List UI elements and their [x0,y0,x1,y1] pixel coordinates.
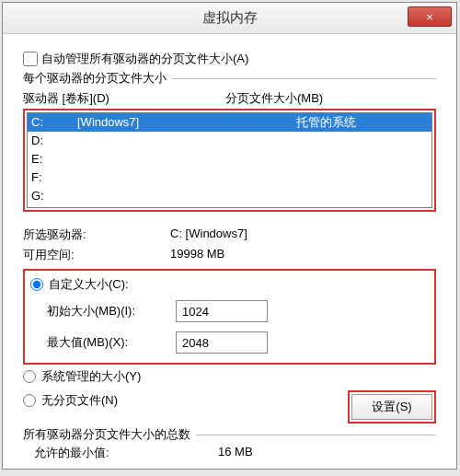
drive-letter: F: [31,169,77,186]
no-pagefile-radio[interactable] [23,394,36,407]
custom-size-radio-label: 自定义大小(C): [49,276,129,293]
set-button[interactable]: 设置(S) [351,394,432,420]
per-drive-group: 每个驱动器的分页文件大小 驱动器 [卷标](D) 分页文件大小(MB) C:[W… [23,78,436,424]
drive-listbox[interactable]: C:[Windows7]托管的系统D:E:F:G: [27,112,432,208]
drive-list-headers: 驱动器 [卷标](D) 分页文件大小(MB) [23,90,436,107]
dialog-body: 自动管理所有驱动器的分页文件大小(A) 每个驱动器的分页文件大小 驱动器 [卷标… [3,34,456,469]
totals-group: 所有驱动器分页文件大小的总数 允许的最小值: 16 MB [23,435,436,461]
max-size-input[interactable] [176,331,268,354]
drive-pagefile [224,133,428,149]
drive-letter: C: [31,114,77,131]
min-allowed-label: 允许的最小值: [34,445,218,461]
per-drive-group-label: 每个驱动器的分页文件大小 [23,70,172,87]
drive-list-highlight: C:[Windows7]托管的系统D:E:F:G: [23,109,436,212]
drive-pagefile [224,151,428,168]
auto-manage-checkbox[interactable] [23,52,38,66]
custom-size-highlight: 自定义大小(C): 初始大小(MB)(I): 最大值(MB)(X): [23,269,436,365]
drive-volume-label [77,188,224,204]
drive-letter: G: [31,188,77,204]
drive-volume-label [77,151,224,168]
auto-manage-label: 自动管理所有驱动器的分页文件大小(A) [41,51,248,67]
auto-manage-checkbox-row[interactable]: 自动管理所有驱动器的分页文件大小(A) [23,51,436,67]
no-pagefile-label: 无分页文件(N) [41,392,118,409]
drive-pagefile [224,169,428,186]
free-space-value: 19998 MB [170,247,436,263]
initial-size-label: 初始大小(MB)(I): [47,303,176,319]
drive-letter: E: [31,151,77,168]
drive-row[interactable]: D: [28,132,431,150]
totals-group-label: 所有驱动器分页文件大小的总数 [23,426,196,443]
drive-volume-label [77,169,224,186]
drive-pagefile: 托管的系统 [224,114,428,131]
system-managed-label: 系统管理的大小(Y) [41,368,141,385]
close-button[interactable]: × [408,6,452,27]
drive-row[interactable]: E: [28,150,431,168]
set-button-highlight: 设置(S) [348,390,436,424]
window-title: 虚拟内存 [202,9,258,27]
drive-volume-label: [Windows7] [77,114,224,131]
drive-pagefile [224,188,428,204]
custom-size-radio[interactable] [30,278,43,291]
drive-letter: D: [31,133,77,149]
drive-row[interactable]: C:[Windows7]托管的系统 [28,113,431,132]
system-managed-radio-row[interactable]: 系统管理的大小(Y) [23,368,436,385]
drive-row[interactable]: F: [28,168,431,187]
selected-drive-value: C: [Windows7] [170,226,436,243]
header-drive: 驱动器 [卷标](D) [23,90,225,107]
custom-size-radio-row[interactable]: 自定义大小(C): [30,276,429,293]
virtual-memory-dialog: 虚拟内存 × 自动管理所有驱动器的分页文件大小(A) 每个驱动器的分页文件大小 … [2,2,457,470]
max-size-label: 最大值(MB)(X): [47,334,176,351]
min-allowed-value: 16 MB [218,445,253,461]
titlebar: 虚拟内存 × [3,3,456,34]
header-pagefile: 分页文件大小(MB) [225,90,436,107]
initial-size-input[interactable] [176,300,268,322]
close-icon: × [426,10,433,24]
selected-drive-label: 所选驱动器: [23,226,170,243]
system-managed-radio[interactable] [23,370,36,383]
drive-volume-label [77,133,224,149]
drive-info: 所选驱动器: C: [Windows7] 可用空间: 19998 MB [23,226,436,263]
drive-row[interactable]: G: [28,187,431,205]
free-space-label: 可用空间: [23,247,170,263]
